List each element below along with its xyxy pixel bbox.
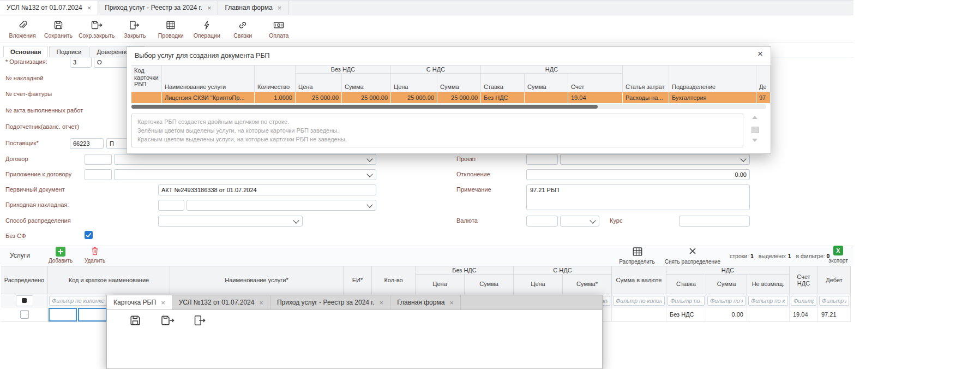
column-header-debit[interactable]: Дебет [818,266,851,294]
column-header-code[interactable]: Код и краткое наименование [48,266,170,294]
row-cell-non-refund[interactable] [747,307,790,322]
close-button[interactable] [193,314,207,329]
tab-close-icon[interactable]: × [161,299,165,306]
filter-input-currency-sum[interactable] [613,296,665,306]
note-field[interactable]: 97.21 РБП [526,184,750,210]
dlg-column-header-price-no-vat[interactable]: Цена [296,74,342,92]
project-select[interactable] [560,154,750,165]
export-excel-button[interactable]: X [833,246,843,258]
no-sf-checkbox[interactable] [85,231,93,241]
rate-field[interactable] [679,216,750,227]
distribute-button[interactable] [632,246,644,260]
tab-close-icon[interactable]: × [380,299,384,306]
column-header-vat-rate[interactable]: Ставка [666,275,706,294]
close-button[interactable]: Закрыть [119,19,151,39]
dlg-column-header-department[interactable]: Подразделение [669,65,756,92]
currency-select[interactable] [560,216,599,227]
tab-prihod-uslug[interactable]: Приход услуг - Реестр за 2024 г. × [270,295,390,310]
dlg-row-cell-price-with-vat[interactable]: 25 000.00 [391,92,437,103]
filter-input-vat-sum[interactable] [707,296,745,306]
annex-code-field[interactable] [85,169,112,180]
tab-close-icon[interactable]: × [207,4,212,11]
tab-glavnaya-forma[interactable]: Главная форма × [390,295,461,310]
deviation-field[interactable] [526,169,750,180]
column-header-service[interactable]: Наименование услуги* [170,266,344,294]
row-cell-vat-sum[interactable]: 0.00 [706,307,747,322]
contract-code-field[interactable] [85,154,112,165]
dlg-row-cell-vat-rate[interactable]: Без НДС [481,92,525,103]
row-cell-debit[interactable]: 97.21 [818,307,851,322]
attachments-button[interactable]: Вложения [7,19,38,39]
dlg-column-header-cost-item[interactable]: Статья затрат [623,65,669,92]
column-header-vat-account[interactable]: Счет НДС [790,266,818,294]
dlg-column-header-service[interactable]: Наименование услуги [162,65,255,92]
add-row-button[interactable] [56,247,65,259]
dlg-row-cell-sum-no-vat[interactable]: 25 000.00 [342,92,391,103]
row-cell-currency-sum[interactable] [612,307,666,322]
row-cell-vat-account[interactable]: 19.04 [790,307,818,322]
dlg-row-cell-debit[interactable]: 97 [756,92,771,103]
dlg-vscroll-thumb[interactable] [751,127,759,133]
dlg-hscrollbar-track[interactable] [131,104,766,109]
dlg-vscroll-up-icon[interactable] [752,116,757,119]
dlg-row-cell-sum-with-vat[interactable]: 25 000.00 [437,92,481,103]
dlg-column-header-vat-account[interactable]: Счет [568,74,623,92]
doc-tab-glavnaya-forma[interactable]: Главная форма × [218,1,288,15]
delete-row-button[interactable] [89,246,100,259]
dialog-close-icon[interactable]: × [757,49,763,58]
filter-input-vat-account[interactable] [791,296,816,306]
tab-kartochka-rbp[interactable]: Карточка РБП × [107,295,172,310]
column-header-qty[interactable]: Кол-во [372,266,416,294]
column-header-sum-with-vat[interactable]: Сумма* [563,275,612,294]
links-button[interactable]: Связки [227,19,258,39]
dlg-column-header-code[interactable]: Код карточки РБП [131,65,162,92]
incoming-waybill-code-field[interactable] [158,200,184,211]
undistribute-button[interactable] [688,247,697,258]
dlg-row-cell-cost-item[interactable]: Расходы на... [623,92,669,103]
operations-button[interactable]: Операции [191,19,223,39]
filter-input-debit[interactable] [819,296,849,306]
dlg-column-header-debit[interactable]: Де [756,65,771,92]
column-header-currency-sum[interactable]: Сумма в валюте [612,266,666,294]
distributed-filter-toggle[interactable] [16,295,33,306]
tab-usl-132[interactable]: УСЛ №132 от 01.07.2024 × [172,295,270,310]
save-close-button[interactable]: Сохр.закрыть [79,19,115,39]
filter-input-vat-rate[interactable] [668,296,705,306]
dlg-row-cell-code[interactable] [131,92,162,103]
dlg-column-header-vat-sum[interactable]: Сумма [525,74,568,92]
tab-close-icon[interactable]: × [278,4,282,11]
incoming-waybill-select[interactable] [187,200,376,211]
focused-cell[interactable] [49,308,77,322]
column-header-sum-no-vat[interactable]: Сумма [465,275,514,294]
dlg-vscroll-down-icon[interactable] [752,139,757,142]
organization-code-field[interactable] [70,57,92,68]
primary-doc-field[interactable] [158,184,376,195]
column-header-non-refund[interactable]: Не возмещ. [747,275,790,294]
dlg-column-header-qty[interactable]: Количество [255,65,296,92]
column-header-unit[interactable]: ЕИ* [344,266,372,294]
dlg-column-header-sum-with-vat[interactable]: Сумма [437,74,481,92]
save-button[interactable]: Сохранить [43,19,74,39]
dlg-column-header-vat-rate[interactable]: Ставка [481,74,525,92]
annex-select[interactable] [114,169,376,180]
row-cell-vat-rate[interactable]: Без НДС [666,307,706,322]
postings-button[interactable]: Проводки [155,19,187,39]
column-header-price-no-vat[interactable]: Цена [416,275,465,294]
dlg-row-cell-department[interactable]: Бухгалтерия [669,92,756,103]
save-button[interactable] [129,314,142,329]
row-cell-distributed[interactable] [1,307,48,322]
focused-cell[interactable] [78,308,107,322]
distribution-method-select[interactable] [158,216,303,227]
tab-close-icon[interactable]: × [449,299,454,306]
tab-close-icon[interactable]: × [87,4,92,11]
dlg-row-cell-vat-sum[interactable] [525,92,568,103]
dlg-column-header-price-with-vat[interactable]: Цена [391,74,437,92]
dlg-hscrollbar-thumb[interactable] [131,105,598,109]
dlg-row-cell-qty[interactable]: 1.0000 [255,92,296,103]
contract-select[interactable] [114,154,376,165]
doc-tab-usl-132[interactable]: УСЛ №132 от 01.07.2024 × [0,1,98,15]
supplier-code-field[interactable] [70,138,104,149]
tab-osnovnaya[interactable]: Основная [3,46,48,57]
currency-code-field[interactable] [526,216,558,227]
payment-button[interactable]: Оплата [263,19,294,39]
